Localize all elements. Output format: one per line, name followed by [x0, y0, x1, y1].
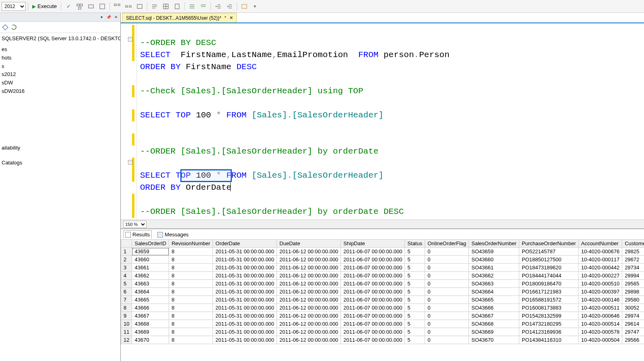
table-cell[interactable]: 9 — [121, 312, 132, 320]
table-cell[interactable]: 43670 — [132, 336, 169, 344]
table-row[interactable]: 74366582011-05-31 00:00:00.0002011-06-12… — [121, 296, 644, 304]
table-cell[interactable]: SO43659 — [469, 248, 519, 256]
table-cell[interactable]: PO522145787 — [519, 248, 578, 256]
tree-item[interactable]: Catalogs — [1, 159, 120, 167]
table-cell[interactable]: SO43667 — [469, 312, 519, 320]
dropdown-icon[interactable]: ▾ — [99, 14, 104, 20]
table-cell[interactable]: 2011-05-31 00:00:00.000 — [213, 272, 277, 280]
connect-icon[interactable] — [2, 24, 9, 31]
table-cell[interactable]: 4 — [121, 272, 132, 280]
table-cell[interactable]: 2011-06-07 00:00:00.000 — [341, 288, 405, 296]
uncomment-button[interactable] — [198, 2, 208, 11]
table-cell[interactable]: 8 — [169, 288, 213, 296]
table-cell[interactable]: 2011-05-31 00:00:00.000 — [213, 248, 277, 256]
table-cell[interactable]: 2011-05-31 00:00:00.000 — [213, 328, 277, 336]
table-cell[interactable]: 43663 — [132, 280, 169, 288]
table-cell[interactable]: 29565 — [622, 280, 644, 288]
table-cell[interactable]: 43664 — [132, 288, 169, 296]
results-text-button[interactable] — [149, 2, 160, 11]
table-row[interactable]: 44366282011-05-31 00:00:00.0002011-06-12… — [121, 272, 644, 280]
table-cell[interactable]: SO43661 — [469, 264, 519, 272]
table-cell[interactable]: 0 — [425, 304, 469, 312]
table-cell[interactable]: 0 — [425, 264, 469, 272]
specify-values-button[interactable] — [239, 2, 250, 11]
table-cell[interactable]: PO18473189620 — [519, 264, 578, 272]
pin-icon[interactable]: 📌 — [106, 14, 111, 20]
table-cell[interactable]: 5 — [405, 280, 425, 288]
column-header[interactable]: OrderDate — [213, 240, 277, 248]
table-cell[interactable]: 8 — [169, 248, 213, 256]
table-cell[interactable]: 11 — [121, 328, 132, 336]
table-cell[interactable]: 10-4020-000514 — [578, 320, 622, 328]
table-cell[interactable]: 2011-06-07 00:00:00.000 — [341, 296, 405, 304]
table-cell[interactable]: 29994 — [622, 272, 644, 280]
display-plan-button[interactable] — [74, 2, 85, 11]
table-cell[interactable]: 2011-06-07 00:00:00.000 — [341, 336, 405, 344]
tree-item[interactable]: sDW2016 — [1, 87, 120, 96]
table-cell[interactable]: 2011-06-12 00:00:00.000 — [277, 248, 341, 256]
table-cell[interactable]: 8 — [169, 256, 213, 264]
column-header[interactable] — [121, 240, 132, 248]
results-grid-wrap[interactable]: SalesOrderIDRevisionNumberOrderDateDueDa… — [121, 239, 644, 361]
table-cell[interactable]: 29734 — [622, 264, 644, 272]
tree-item[interactable]: s2012 — [1, 70, 120, 79]
table-cell[interactable]: 2011-06-12 00:00:00.000 — [277, 272, 341, 280]
table-cell[interactable]: 29974 — [622, 312, 644, 320]
table-cell[interactable]: 43661 — [132, 264, 169, 272]
execute-button[interactable]: ▶ Execute — [30, 2, 59, 11]
table-cell[interactable]: SO43669 — [469, 328, 519, 336]
table-cell[interactable]: 10-4020-000511 — [578, 304, 622, 312]
table-cell[interactable]: 8 — [169, 336, 213, 344]
table-cell[interactable]: 10-4020-000578 — [578, 328, 622, 336]
column-header[interactable]: AccountNumber — [578, 240, 622, 248]
table-cell[interactable]: 2011-05-31 00:00:00.000 — [213, 280, 277, 288]
table-row[interactable]: 64366482011-05-31 00:00:00.0002011-06-12… — [121, 288, 644, 296]
close-icon[interactable]: ✕ — [113, 14, 119, 20]
table-cell[interactable]: 0 — [425, 296, 469, 304]
table-cell[interactable]: 29566 — [622, 336, 644, 344]
table-cell[interactable]: 10-4020-000227 — [578, 272, 622, 280]
table-cell[interactable]: 7 — [121, 296, 132, 304]
table-cell[interactable]: 2011-06-12 00:00:00.000 — [277, 328, 341, 336]
table-cell[interactable]: PO15428132599 — [519, 312, 578, 320]
comment-button[interactable] — [187, 2, 197, 11]
column-header[interactable]: OnlineOrderFlag — [425, 240, 469, 248]
table-cell[interactable]: 43660 — [132, 256, 169, 264]
decrease-indent-button[interactable] — [213, 2, 223, 11]
column-header[interactable]: ShipDate — [341, 240, 405, 248]
table-cell[interactable]: 0 — [425, 256, 469, 264]
zoom-combo[interactable]: 150 % — [123, 221, 147, 228]
table-cell[interactable]: 2011-05-31 00:00:00.000 — [213, 336, 277, 344]
table-cell[interactable]: 5 — [405, 320, 425, 328]
table-cell[interactable]: PO16588191572 — [519, 296, 578, 304]
client-stats-button[interactable] — [134, 2, 145, 11]
table-cell[interactable]: SO43668 — [469, 320, 519, 328]
table-cell[interactable]: 2011-06-07 00:00:00.000 — [341, 256, 405, 264]
query-options-button[interactable] — [86, 2, 96, 11]
fold-icon[interactable]: − — [128, 37, 132, 41]
table-cell[interactable]: 5 — [405, 328, 425, 336]
table-cell[interactable]: 0 — [425, 320, 469, 328]
database-tree[interactable]: es hots s s2012 sDW sDW2016 ailability C… — [0, 44, 120, 168]
table-cell[interactable]: 29672 — [622, 256, 644, 264]
table-cell[interactable]: PO18009186470 — [519, 280, 578, 288]
live-stats-button[interactable] — [123, 2, 134, 11]
table-cell[interactable]: 0 — [425, 272, 469, 280]
table-cell[interactable]: 8 — [169, 296, 213, 304]
code-content[interactable]: --ORDER BY DESC SELECT FirstName,LastNam… — [137, 23, 644, 219]
table-cell[interactable]: 2011-06-07 00:00:00.000 — [341, 272, 405, 280]
table-cell[interactable]: 10-4020-000510 — [578, 280, 622, 288]
table-cell[interactable]: 5 — [121, 280, 132, 288]
table-row[interactable]: 84366682011-05-31 00:00:00.0002011-06-12… — [121, 304, 644, 312]
table-cell[interactable]: 8 — [169, 320, 213, 328]
table-cell[interactable]: 2011-06-07 00:00:00.000 — [341, 280, 405, 288]
table-cell[interactable]: 2011-06-12 00:00:00.000 — [277, 288, 341, 296]
table-cell[interactable]: 0 — [425, 288, 469, 296]
table-cell[interactable]: 8 — [121, 304, 132, 312]
table-cell[interactable]: 2011-05-31 00:00:00.000 — [213, 256, 277, 264]
table-cell[interactable]: 5 — [405, 248, 425, 256]
table-cell[interactable]: 2011-06-07 00:00:00.000 — [341, 328, 405, 336]
table-cell[interactable]: 2011-06-07 00:00:00.000 — [341, 320, 405, 328]
table-cell[interactable]: 8 — [169, 280, 213, 288]
table-cell[interactable]: 0 — [425, 336, 469, 344]
